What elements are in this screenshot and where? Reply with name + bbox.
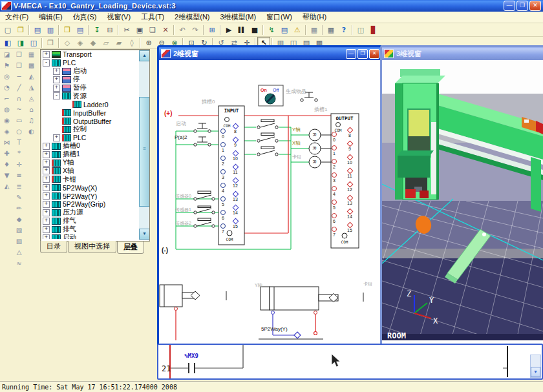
robot-comp-icon[interactable]: ◭	[26, 71, 37, 82]
ladder-scroll-down-icon[interactable]: ▼	[531, 367, 540, 377]
wiring-icon[interactable]: ↯	[265, 24, 278, 36]
data-table-icon[interactable]: ▦	[325, 24, 337, 36]
layout-left-icon[interactable]: ◧	[1, 37, 14, 48]
tool-comp-icon[interactable]: ◬	[26, 93, 37, 104]
tree-item[interactable]: + 停	[41, 76, 138, 84]
line-tool-icon[interactable]: ─	[14, 71, 25, 82]
tree-expander[interactable]: -	[43, 59, 50, 67]
pen-tool-icon[interactable]: ✏	[14, 203, 25, 214]
view-iso-ne-icon[interactable]: ◆	[87, 37, 100, 48]
tree-item[interactable]: - PLC	[41, 59, 138, 67]
tree-item[interactable]: + 插槽0	[41, 142, 138, 150]
tree-expander[interactable]: +	[43, 209, 50, 216]
tree-item[interactable]: + X轴	[41, 167, 138, 175]
zoom-in-icon[interactable]: ⊕	[142, 37, 155, 48]
sound-comp-icon[interactable]: ♫	[26, 115, 37, 126]
run-icon[interactable]: ▶	[222, 24, 235, 36]
menu-item[interactable]: 视窗(V)	[101, 12, 136, 23]
gauge-tool-icon[interactable]: ◔	[1, 82, 13, 93]
device-editor-icon[interactable]: ⊞	[206, 24, 218, 36]
minimize-button[interactable]: —	[504, 1, 515, 11]
tree-item[interactable]: + 压力源	[41, 209, 138, 217]
layers-tool-icon[interactable]: ≡	[14, 170, 25, 181]
view2d-maximize-button[interactable]: ❐	[357, 49, 368, 59]
wave-tool-icon[interactable]: ≈	[14, 258, 25, 269]
tree-item[interactable]: OutputBuffer	[41, 117, 138, 125]
tree-item[interactable]: + 5P2Way(Y)	[41, 192, 138, 200]
tree-item[interactable]: Ladder0	[41, 100, 138, 108]
tree-item[interactable]: + 卡钳	[41, 175, 138, 183]
menu-item[interactable]: 窗口(W)	[261, 12, 297, 23]
ellipse-tool-icon[interactable]: ○	[14, 126, 25, 137]
tree-expander[interactable]: +	[53, 134, 60, 141]
tree-item[interactable]: + 启动	[41, 67, 138, 76]
prism-tool-icon[interactable]: ◭	[1, 181, 13, 192]
stack-tool-icon[interactable]: ≣	[14, 181, 25, 192]
view2d-close-button[interactable]: ✕	[369, 49, 379, 59]
tree-item[interactable]: + PLC	[41, 134, 138, 142]
tree-tab[interactable]: 视图中选择	[68, 241, 116, 253]
solid-node-tool-icon[interactable]: ◆	[14, 214, 25, 225]
sheet-tool-icon[interactable]: ❒	[14, 49, 25, 60]
save-all-icon[interactable]: ▥	[44, 24, 57, 36]
tree-expander[interactable]: +	[53, 85, 60, 92]
scroll-up-icon[interactable]: ▲	[139, 50, 150, 61]
ring-tool-icon[interactable]: ◉	[1, 115, 13, 126]
scroll-thumb[interactable]: ≡	[139, 97, 150, 207]
hint-icon[interactable]: ?	[337, 24, 350, 36]
tree-item[interactable]: - 资源	[41, 92, 138, 100]
tree-expander[interactable]: +	[43, 51, 50, 58]
tree-expander[interactable]: +	[43, 143, 50, 150]
close-button[interactable]: ✕	[529, 1, 541, 11]
pause-icon[interactable]: ▌▌	[235, 24, 248, 36]
contact-symbol[interactable]	[189, 363, 195, 373]
view3d-title-bar[interactable]: 3维视窗	[382, 47, 543, 60]
view-top-icon[interactable]: ▱	[100, 37, 112, 48]
tree-item[interactable]: + Y轴	[41, 159, 138, 167]
ladder-panel[interactable]: %MX9 21 ▼	[157, 344, 543, 380]
pencil-tool-icon[interactable]: ✎	[14, 192, 25, 203]
layout-right-icon[interactable]: ◨	[14, 37, 27, 48]
menu-item[interactable]: 仿真(S)	[68, 12, 102, 23]
copy-icon[interactable]: ▣	[133, 24, 146, 36]
menu-item[interactable]: 编辑(E)	[34, 12, 68, 23]
tree-item[interactable]: + 5P2Way(Grip)	[41, 200, 138, 209]
view-iso-se-icon[interactable]: ◈	[74, 37, 87, 48]
menu-item[interactable]: 3维模型(M)	[215, 12, 262, 23]
error-report-icon[interactable]: ⚠	[291, 24, 304, 36]
tree-item[interactable]: + 暂停	[41, 84, 138, 92]
tree-expander[interactable]: +	[53, 76, 60, 83]
tree-expander[interactable]: -	[53, 92, 60, 99]
frame-comp-icon[interactable]: ▩	[26, 60, 37, 71]
delete-icon[interactable]: ✕	[159, 24, 172, 36]
arc-tool-icon[interactable]: ∩	[14, 93, 25, 104]
view2d-title-bar[interactable]: 2维视窗 — ❐ ✕	[159, 47, 381, 60]
stop-icon[interactable]: ■	[248, 24, 261, 36]
sensor-comp-icon[interactable]: ◐	[26, 126, 37, 137]
menu-item[interactable]: 帮助(H)	[297, 12, 332, 23]
tree-tab[interactable]: 目录	[40, 241, 67, 253]
tree-expander[interactable]: +	[53, 68, 60, 75]
node-tool-icon[interactable]: ♦	[1, 159, 13, 170]
tree-expander[interactable]: +	[43, 234, 50, 239]
target-tool-icon[interactable]: ◎	[1, 71, 13, 82]
arm-comp-icon[interactable]: ◮	[26, 82, 37, 93]
tree-expander[interactable]: +	[43, 160, 50, 167]
tree-scrollbar[interactable]: ▲ ≡ ▼	[139, 50, 149, 240]
tree-tab[interactable]: 层叠	[117, 242, 144, 254]
tree-expander[interactable]: +	[43, 218, 50, 225]
manual-book-icon[interactable]: ▊	[367, 24, 380, 36]
tree-item[interactable]: + 5P2Way(X)	[41, 183, 138, 192]
menu-item[interactable]: 2维模型(N)	[169, 12, 215, 23]
view2d-minimize-button[interactable]: —	[346, 49, 356, 59]
hatch-tool-icon[interactable]: ▨	[14, 225, 25, 236]
machine-comp-icon[interactable]: ▦	[26, 49, 37, 60]
open-model-icon[interactable]: ❒	[61, 24, 74, 36]
view-front-icon[interactable]: ▰	[112, 37, 125, 48]
tree-item[interactable]: InputBuffer	[41, 108, 138, 117]
save-icon[interactable]: ▤	[31, 24, 44, 36]
layout-split-icon[interactable]: ◫	[27, 37, 40, 48]
cut-icon[interactable]: ✂	[120, 24, 133, 36]
save-model-icon[interactable]: ▤	[74, 24, 87, 36]
scroll-down-icon[interactable]: ▼	[139, 229, 150, 240]
